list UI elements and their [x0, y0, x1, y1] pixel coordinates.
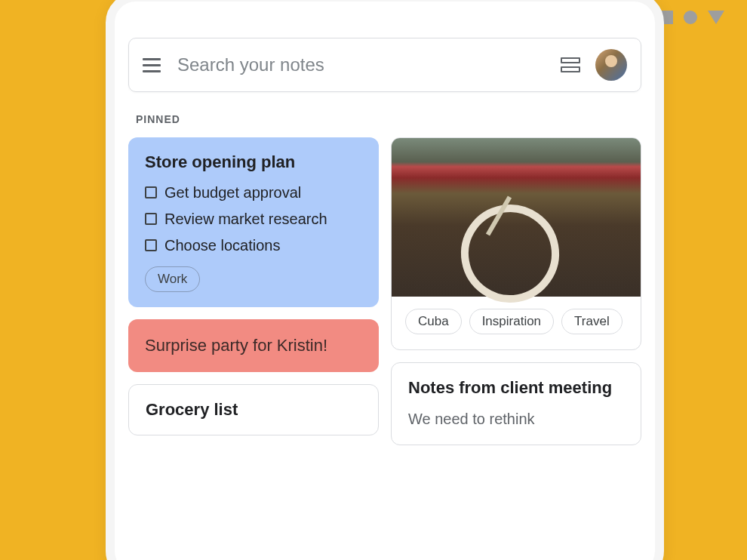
checklist-item[interactable]: Get budget approval — [145, 183, 362, 203]
tags-container: Cuba Inspiration Travel — [392, 297, 641, 349]
checklist-item-label: Review market research — [164, 209, 327, 229]
checklist-item[interactable]: Review market research — [145, 209, 362, 229]
tag-work[interactable]: Work — [145, 266, 200, 292]
note-title: Grocery list — [146, 400, 361, 420]
avatar[interactable] — [595, 49, 627, 81]
device-frame: PINNED Store opening plan Get budget app… — [106, 0, 664, 560]
note-body: We need to rethink — [408, 408, 624, 429]
notes-column-left: Store opening plan Get budget approval R… — [128, 137, 379, 445]
note-image-car — [392, 138, 641, 297]
tag-inspiration[interactable]: Inspiration — [469, 309, 554, 334]
tags-container: Work — [145, 266, 362, 292]
note-title: Store opening plan — [145, 152, 362, 172]
note-grocery-list[interactable]: Grocery list — [128, 384, 379, 435]
section-label-pinned: PINNED — [136, 113, 641, 125]
checkbox-icon[interactable] — [145, 186, 157, 198]
notes-column-right: Cuba Inspiration Travel Notes from clien… — [391, 137, 641, 445]
checklist-item-label: Get budget approval — [164, 183, 301, 203]
checkbox-icon[interactable] — [145, 213, 157, 225]
checklist-item[interactable]: Choose locations — [145, 235, 362, 256]
notes-grid: Store opening plan Get budget approval R… — [128, 137, 641, 445]
menu-icon[interactable] — [143, 58, 161, 72]
checklist: Get budget approval Review market resear… — [145, 183, 362, 256]
note-text: Surprise party for Kristin! — [145, 334, 362, 357]
search-bar — [128, 38, 641, 92]
note-client-meeting[interactable]: Notes from client meeting We need to ret… — [391, 362, 641, 445]
list-view-icon[interactable] — [561, 57, 580, 72]
tag-travel[interactable]: Travel — [561, 309, 622, 334]
search-input[interactable] — [177, 54, 561, 75]
note-store-plan[interactable]: Store opening plan Get budget approval R… — [128, 137, 379, 307]
note-surprise-party[interactable]: Surprise party for Kristin! — [128, 319, 379, 372]
note-title: Notes from client meeting — [408, 378, 624, 398]
tag-cuba[interactable]: Cuba — [405, 309, 462, 334]
status-bar-icons — [659, 11, 724, 24]
checklist-item-label: Choose locations — [164, 235, 280, 256]
status-triangle-icon — [708, 11, 724, 24]
note-cuba-image[interactable]: Cuba Inspiration Travel — [391, 137, 641, 350]
status-circle-icon — [684, 11, 697, 24]
checkbox-icon[interactable] — [145, 239, 157, 251]
